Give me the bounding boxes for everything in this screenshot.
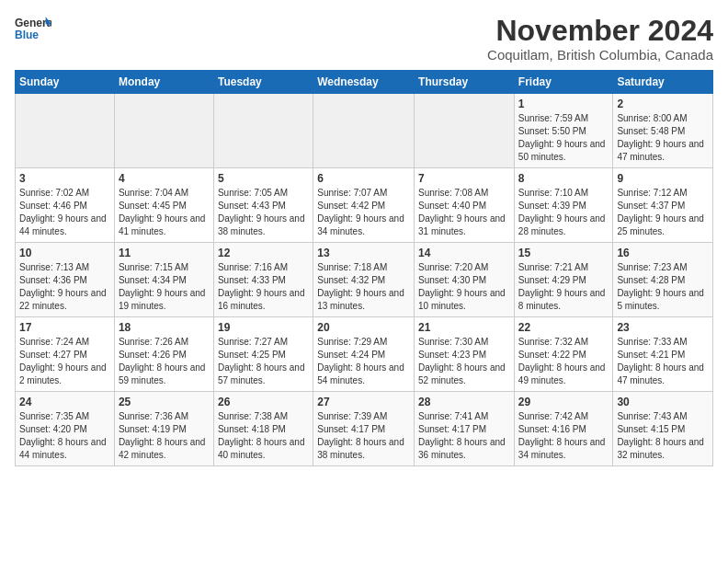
day-info: Sunrise: 7:39 AM Sunset: 4:17 PM Dayligh… bbox=[317, 410, 410, 462]
day-number: 4 bbox=[119, 172, 210, 185]
calendar-cell: 26Sunrise: 7:38 AM Sunset: 4:18 PM Dayli… bbox=[213, 392, 313, 466]
calendar-cell: 5Sunrise: 7:05 AM Sunset: 4:43 PM Daylig… bbox=[213, 168, 313, 243]
calendar-cell: 1Sunrise: 7:59 AM Sunset: 5:50 PM Daylig… bbox=[514, 94, 613, 168]
day-info: Sunrise: 7:32 AM Sunset: 4:22 PM Dayligh… bbox=[518, 336, 609, 387]
day-number: 13 bbox=[317, 247, 410, 259]
logo: General Blue bbox=[15, 15, 51, 42]
calendar-day-header: Tuesday bbox=[213, 71, 313, 94]
day-number: 18 bbox=[119, 321, 210, 334]
day-number: 19 bbox=[218, 321, 309, 334]
calendar-day-header: Friday bbox=[514, 71, 613, 94]
location-subtitle: Coquitlam, British Columbia, Canada bbox=[487, 47, 713, 63]
calendar-day-header: Monday bbox=[114, 71, 213, 94]
day-number: 20 bbox=[317, 321, 410, 334]
day-number: 16 bbox=[617, 247, 709, 259]
calendar-cell: 13Sunrise: 7:18 AM Sunset: 4:32 PM Dayli… bbox=[313, 243, 415, 317]
day-number: 7 bbox=[418, 172, 510, 185]
day-info: Sunrise: 7:43 AM Sunset: 4:15 PM Dayligh… bbox=[617, 410, 709, 462]
day-info: Sunrise: 7:59 AM Sunset: 5:50 PM Dayligh… bbox=[518, 112, 609, 164]
day-info: Sunrise: 7:41 AM Sunset: 4:17 PM Dayligh… bbox=[418, 410, 510, 462]
day-number: 8 bbox=[518, 172, 609, 185]
day-number: 15 bbox=[518, 247, 609, 259]
svg-text:Blue: Blue bbox=[15, 29, 39, 41]
day-number: 22 bbox=[518, 321, 609, 334]
calendar-table: SundayMondayTuesdayWednesdayThursdayFrid… bbox=[15, 70, 713, 466]
calendar-cell: 24Sunrise: 7:35 AM Sunset: 4:20 PM Dayli… bbox=[16, 392, 115, 466]
calendar-week-row: 10Sunrise: 7:13 AM Sunset: 4:36 PM Dayli… bbox=[16, 243, 713, 317]
day-info: Sunrise: 7:38 AM Sunset: 4:18 PM Dayligh… bbox=[218, 410, 309, 462]
day-info: Sunrise: 7:15 AM Sunset: 4:34 PM Dayligh… bbox=[119, 261, 210, 313]
calendar-cell: 17Sunrise: 7:24 AM Sunset: 4:27 PM Dayli… bbox=[16, 317, 115, 392]
day-info: Sunrise: 7:04 AM Sunset: 4:45 PM Dayligh… bbox=[119, 187, 210, 238]
calendar-week-row: 3Sunrise: 7:02 AM Sunset: 4:46 PM Daylig… bbox=[16, 168, 713, 243]
day-number: 2 bbox=[617, 98, 709, 110]
calendar-cell: 3Sunrise: 7:02 AM Sunset: 4:46 PM Daylig… bbox=[16, 168, 115, 243]
day-number: 26 bbox=[218, 396, 309, 408]
calendar-cell bbox=[313, 94, 415, 168]
calendar-cell: 19Sunrise: 7:27 AM Sunset: 4:25 PM Dayli… bbox=[213, 317, 313, 392]
calendar-week-row: 24Sunrise: 7:35 AM Sunset: 4:20 PM Dayli… bbox=[16, 392, 713, 466]
calendar-cell: 14Sunrise: 7:20 AM Sunset: 4:30 PM Dayli… bbox=[415, 243, 515, 317]
day-number: 25 bbox=[119, 396, 210, 408]
calendar-cell: 11Sunrise: 7:15 AM Sunset: 4:34 PM Dayli… bbox=[114, 243, 213, 317]
title-block: November 2024 Coquitlam, British Columbi… bbox=[487, 15, 713, 63]
calendar-cell: 16Sunrise: 7:23 AM Sunset: 4:28 PM Dayli… bbox=[613, 243, 713, 317]
day-info: Sunrise: 7:20 AM Sunset: 4:30 PM Dayligh… bbox=[418, 261, 510, 313]
day-number: 24 bbox=[19, 396, 110, 408]
calendar-week-row: 17Sunrise: 7:24 AM Sunset: 4:27 PM Dayli… bbox=[16, 317, 713, 392]
calendar-day-header: Wednesday bbox=[313, 71, 415, 94]
day-number: 28 bbox=[418, 396, 510, 408]
day-info: Sunrise: 7:21 AM Sunset: 4:29 PM Dayligh… bbox=[518, 261, 609, 313]
calendar-cell: 29Sunrise: 7:42 AM Sunset: 4:16 PM Dayli… bbox=[514, 392, 613, 466]
day-number: 29 bbox=[518, 396, 609, 408]
logo-icon: General Blue bbox=[15, 15, 51, 42]
calendar-cell: 7Sunrise: 7:08 AM Sunset: 4:40 PM Daylig… bbox=[415, 168, 515, 243]
calendar-cell: 15Sunrise: 7:21 AM Sunset: 4:29 PM Dayli… bbox=[514, 243, 613, 317]
day-number: 30 bbox=[617, 396, 709, 408]
day-number: 21 bbox=[418, 321, 510, 334]
day-info: Sunrise: 7:16 AM Sunset: 4:33 PM Dayligh… bbox=[218, 261, 309, 313]
calendar-cell: 25Sunrise: 7:36 AM Sunset: 4:19 PM Dayli… bbox=[114, 392, 213, 466]
page-header: General Blue November 2024 Coquitlam, Br… bbox=[15, 15, 713, 63]
calendar-cell: 20Sunrise: 7:29 AM Sunset: 4:24 PM Dayli… bbox=[313, 317, 415, 392]
calendar-cell: 8Sunrise: 7:10 AM Sunset: 4:39 PM Daylig… bbox=[514, 168, 613, 243]
day-number: 1 bbox=[518, 98, 609, 110]
day-info: Sunrise: 7:10 AM Sunset: 4:39 PM Dayligh… bbox=[518, 187, 609, 238]
day-number: 12 bbox=[218, 247, 309, 259]
day-number: 5 bbox=[218, 172, 309, 185]
day-number: 14 bbox=[418, 247, 510, 259]
day-info: Sunrise: 8:00 AM Sunset: 5:48 PM Dayligh… bbox=[617, 112, 709, 164]
calendar-day-header: Thursday bbox=[415, 71, 515, 94]
day-info: Sunrise: 7:05 AM Sunset: 4:43 PM Dayligh… bbox=[218, 187, 309, 238]
calendar-cell: 23Sunrise: 7:33 AM Sunset: 4:21 PM Dayli… bbox=[613, 317, 713, 392]
day-info: Sunrise: 7:02 AM Sunset: 4:46 PM Dayligh… bbox=[19, 187, 110, 238]
day-info: Sunrise: 7:36 AM Sunset: 4:19 PM Dayligh… bbox=[119, 410, 210, 462]
calendar-cell: 27Sunrise: 7:39 AM Sunset: 4:17 PM Dayli… bbox=[313, 392, 415, 466]
month-year-title: November 2024 bbox=[487, 15, 713, 47]
calendar-cell: 10Sunrise: 7:13 AM Sunset: 4:36 PM Dayli… bbox=[16, 243, 115, 317]
calendar-cell bbox=[16, 94, 115, 168]
calendar-day-header: Sunday bbox=[16, 71, 115, 94]
day-info: Sunrise: 7:35 AM Sunset: 4:20 PM Dayligh… bbox=[19, 410, 110, 462]
calendar-cell: 30Sunrise: 7:43 AM Sunset: 4:15 PM Dayli… bbox=[613, 392, 713, 466]
calendar-cell: 9Sunrise: 7:12 AM Sunset: 4:37 PM Daylig… bbox=[613, 168, 713, 243]
calendar-week-row: 1Sunrise: 7:59 AM Sunset: 5:50 PM Daylig… bbox=[16, 94, 713, 168]
calendar-day-header: Saturday bbox=[613, 71, 713, 94]
day-info: Sunrise: 7:07 AM Sunset: 4:42 PM Dayligh… bbox=[317, 187, 410, 238]
day-number: 6 bbox=[317, 172, 410, 185]
calendar-cell: 4Sunrise: 7:04 AM Sunset: 4:45 PM Daylig… bbox=[114, 168, 213, 243]
day-number: 27 bbox=[317, 396, 410, 408]
day-info: Sunrise: 7:33 AM Sunset: 4:21 PM Dayligh… bbox=[617, 336, 709, 387]
calendar-cell: 22Sunrise: 7:32 AM Sunset: 4:22 PM Dayli… bbox=[514, 317, 613, 392]
day-number: 23 bbox=[617, 321, 709, 334]
day-info: Sunrise: 7:27 AM Sunset: 4:25 PM Dayligh… bbox=[218, 336, 309, 387]
calendar-cell bbox=[213, 94, 313, 168]
day-info: Sunrise: 7:18 AM Sunset: 4:32 PM Dayligh… bbox=[317, 261, 410, 313]
calendar-header-row: SundayMondayTuesdayWednesdayThursdayFrid… bbox=[16, 71, 713, 94]
day-info: Sunrise: 7:30 AM Sunset: 4:23 PM Dayligh… bbox=[418, 336, 510, 387]
day-number: 10 bbox=[19, 247, 110, 259]
day-info: Sunrise: 7:12 AM Sunset: 4:37 PM Dayligh… bbox=[617, 187, 709, 238]
day-number: 11 bbox=[119, 247, 210, 259]
calendar-cell: 21Sunrise: 7:30 AM Sunset: 4:23 PM Dayli… bbox=[415, 317, 515, 392]
calendar-cell bbox=[114, 94, 213, 168]
